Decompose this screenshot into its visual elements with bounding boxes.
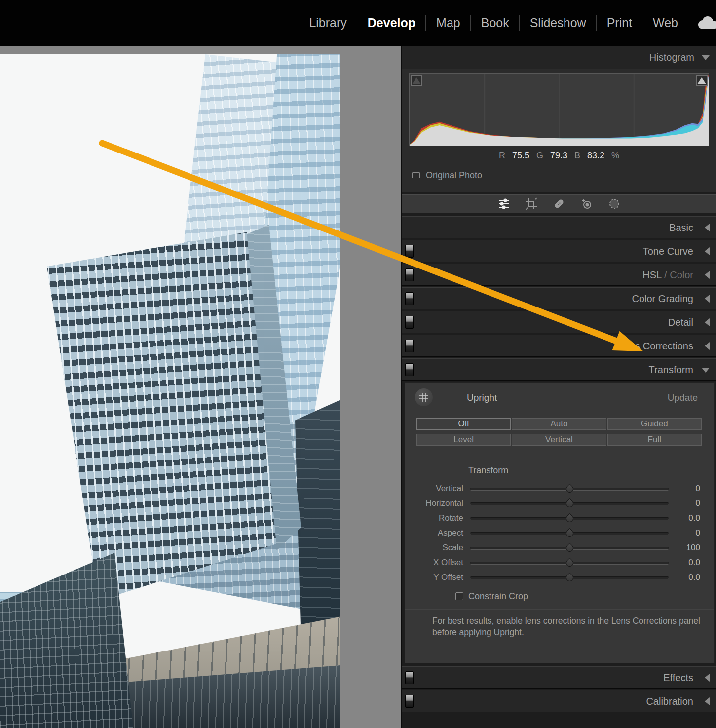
panel-calibration[interactable]: Calibration bbox=[402, 690, 716, 712]
nav-book[interactable]: Book bbox=[471, 13, 520, 33]
slider-horizontal: Horizontal 0 bbox=[405, 496, 714, 511]
panel-enable-toggle[interactable] bbox=[405, 292, 414, 305]
highlight-clipping-indicator[interactable] bbox=[696, 75, 708, 86]
panel-filler bbox=[402, 712, 716, 728]
panel-enable-toggle[interactable] bbox=[405, 671, 414, 684]
panel-detail-label: Detail bbox=[668, 316, 693, 328]
panel-detail[interactable]: Detail bbox=[402, 311, 716, 333]
panel-enable-toggle[interactable] bbox=[405, 695, 414, 708]
panel-enable-toggle[interactable] bbox=[405, 268, 414, 281]
nav-slideshow[interactable]: Slideshow bbox=[520, 13, 597, 33]
masking-icon[interactable] bbox=[608, 197, 621, 210]
color-label: Color bbox=[670, 269, 693, 280]
g-value: 79.3 bbox=[550, 151, 567, 161]
red-eye-icon[interactable] bbox=[580, 197, 593, 210]
upright-guided-button[interactable]: Guided bbox=[607, 418, 702, 430]
slider-handle[interactable] bbox=[565, 573, 575, 583]
photo-preview[interactable] bbox=[0, 54, 340, 728]
slider-rotate: Rotate 0.0 bbox=[405, 511, 714, 526]
panel-effects[interactable]: Effects bbox=[402, 666, 716, 689]
panel-basic[interactable]: Basic bbox=[402, 216, 716, 238]
upright-level-button[interactable]: Level bbox=[416, 434, 511, 446]
slider-label: Aspect bbox=[405, 528, 463, 538]
upright-off-button[interactable]: Off bbox=[416, 418, 511, 430]
slider-label: Scale bbox=[405, 543, 463, 553]
slider-label: Vertical bbox=[405, 484, 463, 494]
slider-value[interactable]: 0.0 bbox=[671, 513, 700, 523]
slider-track[interactable] bbox=[470, 485, 669, 493]
nav-library[interactable]: Library bbox=[299, 13, 357, 33]
slider-handle[interactable] bbox=[565, 513, 575, 524]
slider-value[interactable]: 0 bbox=[671, 498, 700, 508]
panel-enable-toggle[interactable] bbox=[405, 340, 414, 352]
constrain-crop-checkbox[interactable] bbox=[455, 592, 463, 600]
chevron-left-icon bbox=[705, 318, 710, 326]
slider-handle[interactable] bbox=[565, 528, 575, 538]
nav-print[interactable]: Print bbox=[597, 13, 642, 33]
panel-tone-curve[interactable]: Tone Curve bbox=[402, 240, 716, 262]
panel-effects-label: Effects bbox=[663, 672, 693, 683]
highlight-clipping-triangle-icon bbox=[697, 77, 706, 84]
panel-lens-corrections[interactable]: Lens Corrections bbox=[402, 335, 716, 357]
slider-handle[interactable] bbox=[565, 543, 575, 553]
panel-enable-toggle[interactable] bbox=[405, 245, 414, 258]
chevron-left-icon bbox=[705, 697, 710, 705]
slider-handle[interactable] bbox=[565, 498, 575, 509]
nav-develop[interactable]: Develop bbox=[357, 13, 426, 33]
hsl-divider: / bbox=[664, 269, 667, 280]
slider-value[interactable]: 0 bbox=[671, 484, 700, 494]
slider-value[interactable]: 100 bbox=[671, 543, 700, 553]
upright-label: Upright bbox=[467, 392, 497, 403]
slider-track[interactable] bbox=[470, 499, 669, 507]
building-dark-right bbox=[295, 400, 340, 627]
panel-lens-corrections-label: Lens Corrections bbox=[619, 340, 693, 351]
chevron-left-icon bbox=[705, 247, 710, 255]
upright-full-button[interactable]: Full bbox=[607, 434, 702, 446]
chevron-left-icon bbox=[705, 295, 710, 303]
panel-hsl-color[interactable]: HSL / Color bbox=[402, 264, 716, 286]
slider-track[interactable] bbox=[470, 574, 669, 581]
develop-canvas bbox=[0, 46, 401, 728]
upright-button-row-2: Level Vertical Full bbox=[416, 434, 702, 446]
constrain-crop-row: Constrain Crop bbox=[455, 590, 528, 603]
slider-track[interactable] bbox=[470, 529, 669, 537]
histogram-chart[interactable] bbox=[409, 73, 709, 146]
panel-enable-toggle[interactable] bbox=[405, 316, 414, 329]
upright-auto-button[interactable]: Auto bbox=[512, 418, 606, 430]
histogram-panel-header[interactable]: Histogram bbox=[402, 46, 716, 69]
slider-track[interactable] bbox=[470, 514, 669, 522]
slider-track[interactable] bbox=[470, 559, 669, 567]
building-bottom-left bbox=[0, 553, 133, 728]
slider-handle[interactable] bbox=[565, 484, 575, 494]
panel-color-grading[interactable]: Color Grading bbox=[402, 287, 716, 309]
panel-calibration-label: Calibration bbox=[646, 695, 693, 707]
crop-overlay-icon[interactable] bbox=[525, 197, 538, 210]
nav-map[interactable]: Map bbox=[426, 13, 471, 33]
slider-label: Y Offset bbox=[405, 573, 463, 582]
histogram-panel-body: R 75.5 G 79.3 B 83.2 % Original Photo bbox=[402, 69, 716, 192]
update-button[interactable]: Update bbox=[668, 392, 698, 403]
slider-label: X Offset bbox=[405, 558, 463, 568]
upright-grid-icon[interactable] bbox=[415, 388, 433, 406]
original-photo-row[interactable]: Original Photo bbox=[402, 166, 716, 184]
slider-track[interactable] bbox=[470, 544, 669, 552]
building-mid-face bbox=[39, 225, 286, 605]
slider-value[interactable]: 0 bbox=[671, 528, 700, 538]
panel-transform[interactable]: Transform bbox=[402, 358, 716, 381]
chevron-down-icon bbox=[702, 55, 710, 60]
nav-web[interactable]: Web bbox=[642, 13, 688, 33]
edit-sliders-icon[interactable] bbox=[497, 197, 510, 210]
slider-label: Rotate bbox=[405, 513, 463, 523]
slider-handle[interactable] bbox=[565, 558, 575, 568]
slider-aspect: Aspect 0 bbox=[405, 526, 714, 540]
healing-brush-icon[interactable] bbox=[553, 197, 565, 210]
slider-value[interactable]: 0.0 bbox=[671, 558, 700, 568]
upright-vertical-button[interactable]: Vertical bbox=[512, 434, 606, 446]
slider-label: Horizontal bbox=[405, 498, 463, 508]
panel-transform-label: Transform bbox=[649, 364, 693, 375]
cloud-sync-icon[interactable] bbox=[693, 13, 716, 33]
b-value: 83.2 bbox=[587, 151, 604, 161]
shadow-clipping-indicator[interactable] bbox=[411, 75, 422, 86]
panel-enable-toggle[interactable] bbox=[405, 363, 414, 376]
slider-value[interactable]: 0.0 bbox=[671, 573, 700, 582]
